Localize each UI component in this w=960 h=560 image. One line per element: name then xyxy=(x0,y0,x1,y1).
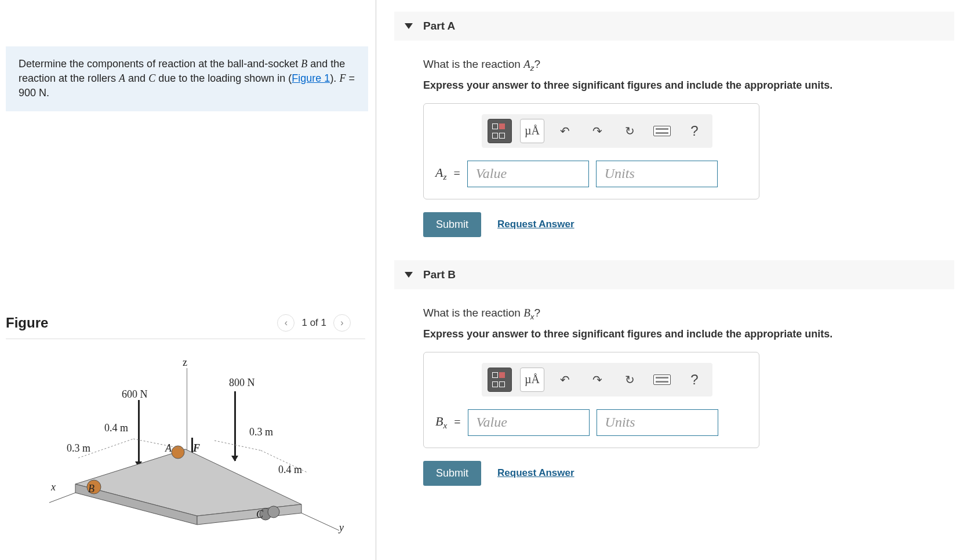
units-picker-button[interactable]: µÅ xyxy=(520,119,544,143)
template-picker-button[interactable] xyxy=(488,368,512,392)
redo-button[interactable]: ↷ xyxy=(585,368,609,392)
axis-x-label: x xyxy=(51,481,56,493)
dim-04a: 0.4 m xyxy=(104,422,128,434)
var-B: B xyxy=(301,58,307,70)
part-b-toolbar: µÅ ↶ ↷ ↻ ? xyxy=(482,363,712,397)
svg-line-9 xyxy=(214,441,261,450)
problem-text: Determine the components of reaction at … xyxy=(19,58,301,70)
dim-03a: 0.3 m xyxy=(67,442,90,454)
part-a-prompt: What is the reaction Az? xyxy=(423,58,954,72)
part-a-title: Part A xyxy=(423,20,455,32)
var-F: F xyxy=(339,72,346,84)
undo-button[interactable]: ↶ xyxy=(552,368,577,392)
figure-pager: ‹ 1 of 1 › xyxy=(277,314,351,332)
help-button[interactable]: ? xyxy=(682,119,707,143)
template-icon xyxy=(492,123,507,139)
part-b-instructions: Express your answer to three significant… xyxy=(423,328,954,340)
keyboard-icon xyxy=(653,126,671,136)
part-a-toolbar: µÅ ↶ ↷ ↻ ? xyxy=(482,114,712,148)
template-picker-button[interactable] xyxy=(488,119,512,143)
figure-link[interactable]: Figure 1 xyxy=(292,72,330,84)
help-button[interactable]: ? xyxy=(682,368,707,392)
part-a-body: What is the reaction Az? Express your an… xyxy=(394,58,954,237)
dim-03b: 0.3 m xyxy=(249,426,273,438)
part-b-header[interactable]: Part B xyxy=(394,260,954,289)
prev-figure-button[interactable]: ‹ xyxy=(277,314,294,332)
keyboard-button[interactable] xyxy=(650,368,674,392)
figure-diagram: z 600 N 800 N xyxy=(23,357,348,536)
svg-line-12 xyxy=(301,513,339,530)
equals: = xyxy=(453,167,460,180)
part-a-var-label: Az xyxy=(435,165,446,182)
problem-text: due to the loading shown in ( xyxy=(155,72,292,84)
part-b-input-row: Bx = Value Units xyxy=(435,409,747,436)
force-F-label: F xyxy=(193,442,200,454)
keyboard-icon xyxy=(653,374,671,385)
undo-button[interactable]: ↶ xyxy=(552,119,577,143)
point-B-label: B xyxy=(88,483,94,495)
reset-button[interactable]: ↻ xyxy=(617,119,642,143)
units-picker-button[interactable]: µÅ xyxy=(520,368,544,392)
part-a-input-row: Az = Value Units xyxy=(435,161,747,187)
part-b-actions: Submit Request Answer xyxy=(423,461,954,486)
svg-point-6 xyxy=(268,506,279,518)
part-b-var-label: Bx xyxy=(435,414,447,431)
part-b-submit-button[interactable]: Submit xyxy=(423,461,481,486)
svg-line-8 xyxy=(133,439,186,449)
figure-heading: Figure xyxy=(6,315,48,331)
part-a-value-input[interactable]: Value xyxy=(467,161,589,187)
part-a-actions: Submit Request Answer xyxy=(423,212,954,237)
axis-y-label: y xyxy=(339,522,344,534)
svg-marker-0 xyxy=(75,449,301,516)
var-sub: x xyxy=(443,420,447,430)
svg-line-11 xyxy=(49,493,75,503)
prompt-text: ? xyxy=(534,58,540,70)
part-b-body: What is the reaction Bx? Express your an… xyxy=(394,307,954,486)
next-figure-button[interactable]: › xyxy=(333,314,351,332)
equals: = xyxy=(454,416,460,429)
var-sub: z xyxy=(443,172,446,181)
units-label: µÅ xyxy=(525,124,540,137)
part-a-units-input[interactable]: Units xyxy=(596,161,718,187)
template-icon xyxy=(492,372,507,387)
collapse-icon xyxy=(405,272,413,278)
part-a-instructions: Express your answer to three significant… xyxy=(423,79,954,92)
part-b-value-input[interactable]: Value xyxy=(468,409,590,436)
problem-text: ). xyxy=(330,72,339,84)
part-b-prompt: What is the reaction Bx? xyxy=(423,307,954,321)
part-b-units-input[interactable]: Units xyxy=(597,409,718,436)
problem-statement: Determine the components of reaction at … xyxy=(6,46,368,111)
part-a-header[interactable]: Part A xyxy=(394,12,954,41)
figure-header: Figure ‹ 1 of 1 › xyxy=(6,314,365,339)
point-C-label: C xyxy=(256,508,263,521)
dim-04b: 0.4 m xyxy=(278,464,302,476)
part-b-answer-area: µÅ ↶ ↷ ↻ ? Bx = Value Units xyxy=(423,352,759,448)
prompt-text: What is the reaction xyxy=(423,58,523,70)
prompt-text: What is the reaction xyxy=(423,307,523,319)
part-b-request-answer-link[interactable]: Request Answer xyxy=(497,467,574,479)
prompt-text: ? xyxy=(534,307,540,319)
vertical-divider xyxy=(376,0,376,560)
point-A-label: A xyxy=(165,442,172,454)
prompt-var: A xyxy=(523,58,530,70)
pager-label: 1 of 1 xyxy=(301,317,326,329)
redo-button[interactable]: ↷ xyxy=(585,119,609,143)
part-b-title: Part B xyxy=(423,268,456,281)
collapse-icon xyxy=(405,23,413,29)
prompt-var: B xyxy=(523,307,530,319)
keyboard-button[interactable] xyxy=(650,119,674,143)
reset-button[interactable]: ↻ xyxy=(617,368,642,392)
right-panel: Part A What is the reaction Az? Express … xyxy=(394,0,954,560)
var-A: A xyxy=(119,72,125,84)
part-a-request-answer-link[interactable]: Request Answer xyxy=(497,219,574,230)
var: A xyxy=(435,165,443,180)
part-a-answer-area: µÅ ↶ ↷ ↻ ? Az = Value Units xyxy=(423,103,759,199)
var: B xyxy=(435,414,443,428)
var-C: C xyxy=(148,72,155,84)
left-panel: Determine the components of reaction at … xyxy=(0,0,371,560)
units-label: µÅ xyxy=(525,373,540,386)
part-a-submit-button[interactable]: Submit xyxy=(423,212,481,237)
problem-text: and xyxy=(125,72,148,84)
